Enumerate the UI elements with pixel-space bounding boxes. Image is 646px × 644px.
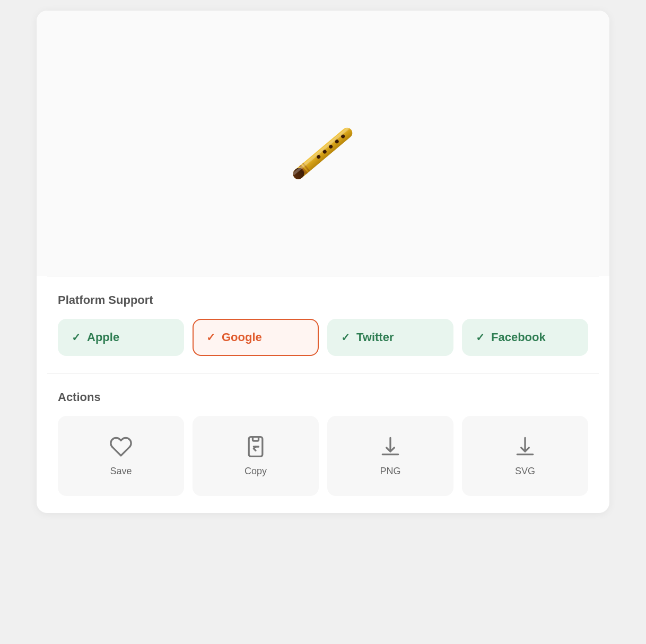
actions-grid: Save Copy PNG	[58, 416, 588, 496]
twitter-check-icon: ✓	[341, 331, 350, 344]
facebook-check-icon: ✓	[476, 331, 485, 344]
main-card: Platform Support ✓ Apple ✓ Google ✓ Twit…	[37, 11, 609, 513]
svg-download-icon	[513, 435, 537, 458]
svg-label: SVG	[515, 466, 535, 477]
platform-apple[interactable]: ✓ Apple	[58, 319, 184, 356]
platform-support-section: Platform Support ✓ Apple ✓ Google ✓ Twit…	[37, 276, 609, 373]
heart-icon	[109, 435, 133, 458]
save-button[interactable]: Save	[58, 416, 184, 496]
copy-label: Copy	[245, 466, 267, 477]
svg-button[interactable]: SVG	[462, 416, 588, 496]
platform-support-title: Platform Support	[58, 293, 588, 307]
platform-facebook[interactable]: ✓ Facebook	[462, 319, 588, 356]
platform-grid: ✓ Apple ✓ Google ✓ Twitter ✓ Facebook	[58, 319, 588, 356]
flute-emoji-image	[282, 116, 364, 191]
png-label: PNG	[380, 466, 400, 477]
png-download-icon	[379, 435, 402, 458]
twitter-label: Twitter	[356, 330, 394, 344]
platform-twitter[interactable]: ✓ Twitter	[327, 319, 453, 356]
facebook-label: Facebook	[491, 330, 546, 344]
actions-section: Actions Save Copy	[37, 373, 609, 513]
copy-button[interactable]: Copy	[193, 416, 319, 496]
apple-label: Apple	[87, 330, 119, 344]
png-button[interactable]: PNG	[327, 416, 453, 496]
apple-check-icon: ✓	[72, 331, 81, 344]
emoji-preview-area	[37, 11, 609, 276]
save-label: Save	[110, 466, 132, 477]
actions-title: Actions	[58, 390, 588, 404]
svg-rect-9	[292, 127, 349, 175]
clipboard-icon	[244, 435, 267, 458]
platform-google[interactable]: ✓ Google	[193, 319, 319, 356]
svg-rect-10	[253, 437, 259, 441]
google-label: Google	[222, 330, 262, 344]
google-check-icon: ✓	[206, 331, 215, 344]
